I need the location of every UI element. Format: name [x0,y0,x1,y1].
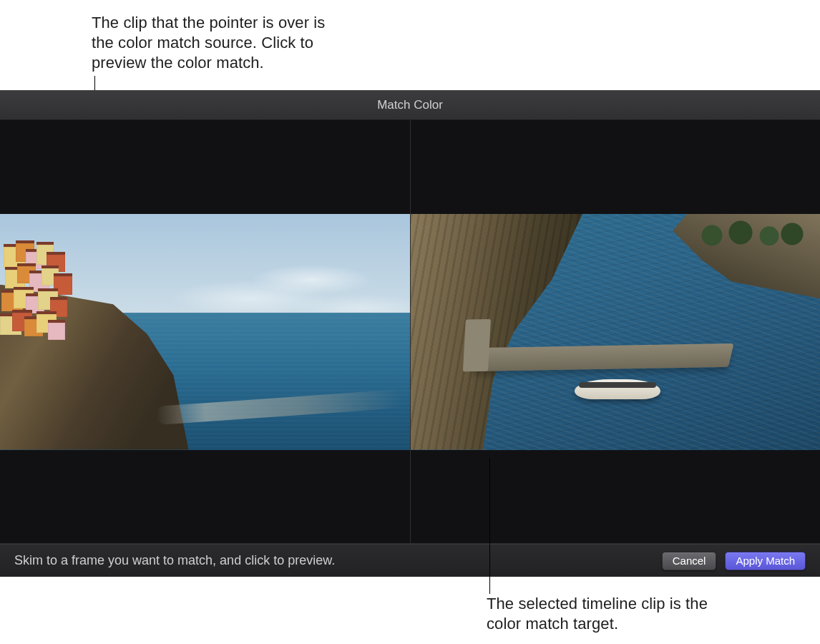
apply-match-button[interactable]: Apply Match [725,552,806,570]
match-color-window: Match Color [0,90,820,577]
callout-target: The selected timeline clip is the color … [487,594,730,634]
target-preview-image [411,214,820,450]
viewer-area [0,120,820,544]
source-preview-pane[interactable] [0,120,410,543]
source-preview-image [0,214,410,450]
cancel-button[interactable]: Cancel [662,552,717,570]
window-titlebar: Match Color [0,90,820,120]
callout-source: The clip that the pointer is over is the… [92,13,335,73]
footer-bar: Skim to a frame you want to match, and c… [0,544,820,577]
hint-text: Skim to a frame you want to match, and c… [14,553,653,568]
target-preview-pane [410,120,820,543]
callout-leader-line-bottom [489,458,490,594]
window-title: Match Color [377,98,443,112]
house-block [48,320,65,340]
